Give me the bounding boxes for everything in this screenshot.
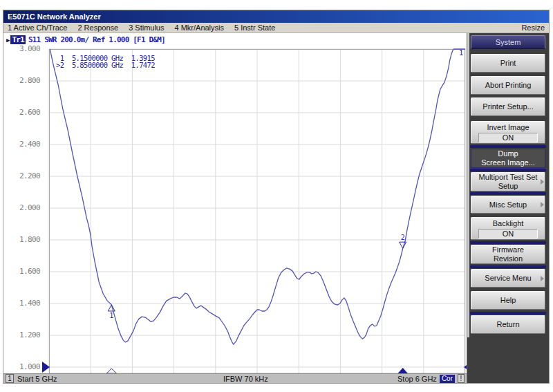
softkey-separator: [470, 312, 546, 315]
trace-status-line: ▶ Tr1 S11 SWR 200.0m/ Ref 1.000 [F1 D&M]: [6, 35, 165, 44]
marker-readout: 1 5.1500000 GHz 1.3915>2 5.8500000 GHz 1…: [56, 55, 155, 68]
trace-number-label: 1: [459, 48, 464, 57]
correction-badge: Cor: [440, 375, 455, 383]
y-axis-label: 1.200: [6, 330, 40, 339]
window-title: E5071C Network Analyzer: [8, 12, 101, 21]
softkey-menu-title-system: System: [471, 35, 545, 49]
y-axis-label: 2.000: [6, 203, 40, 212]
start-frequency: Start 5 GHz: [17, 375, 57, 383]
menu-item-mkr-analysis[interactable]: 4 Mkr/Analysis: [174, 24, 224, 32]
menu-item-response[interactable]: 2 Response: [77, 24, 118, 32]
reference-level-pointer-left[interactable]: [42, 362, 50, 373]
softkey-abort-printing[interactable]: Abort Printing: [471, 76, 545, 95]
y-axis-label: 2.200: [6, 171, 40, 180]
y-axis-label: 1.600: [6, 267, 40, 276]
softkey-invert-image[interactable]: Invert Image ON: [471, 121, 545, 144]
menu-bar: 1 Active Ch/Trace 2 Response 3 Stimulus …: [3, 23, 549, 33]
active-trace-arrow-icon: ▶: [6, 37, 10, 44]
channel-number-box: 1: [6, 374, 14, 383]
display-screen: ▶ Tr1 S11 SWR 200.0m/ Ref 1.000 [F1 D&M]…: [3, 33, 467, 373]
softkey-misc-setup[interactable]: Misc Setup: [471, 196, 545, 214]
softkey-multiport-test-set-setup[interactable]: Multiport Test Set Setup: [471, 172, 545, 192]
softkey-printer-setup[interactable]: Printer Setup...: [471, 97, 545, 116]
softkey-firmware-revision[interactable]: Firmware Revision: [471, 245, 545, 264]
y-axis-labels: 3.0002.8002.6002.4002.2002.0001.8001.600…: [3, 49, 44, 374]
trace-1-line: [50, 49, 465, 344]
y-axis-label: 2.600: [6, 108, 40, 117]
y-axis-label: 2.400: [6, 140, 40, 149]
stop-frequency: Stop 6 GHz: [397, 375, 437, 383]
plot-area: 121: [49, 49, 465, 374]
softkey-separator: [470, 192, 546, 195]
status-bar: 1 Start 5 GHz IFBW 70 kHz Stop 6 GHz Cor…: [3, 373, 467, 383]
marker-1-label: 1: [109, 312, 113, 319]
menu-item-stimulus[interactable]: 3 Stimulus: [129, 24, 164, 32]
submenu-arrow-icon: [541, 179, 544, 185]
softkey-dump-screen-image[interactable]: Dump Screen Image...: [471, 149, 545, 168]
softkey-separator: [470, 265, 546, 268]
menu-item-instr-state[interactable]: 5 Instr State: [234, 24, 275, 32]
menu-item-active-ch-trace[interactable]: 1 Active Ch/Trace: [8, 24, 67, 32]
ifbw-value: IFBW 70 kHz: [223, 375, 268, 383]
gridlines: [49, 49, 465, 374]
title-bar[interactable]: E5071C Network Analyzer: [3, 10, 549, 23]
warning-indicator: !: [458, 374, 465, 383]
marker-readout-line: >2 5.8500000 GHz 1.7472: [56, 62, 155, 68]
softkey-return[interactable]: Return: [471, 315, 545, 334]
softkey-separator: [470, 145, 546, 148]
trace-badge[interactable]: Tr1: [10, 35, 25, 44]
softkey-separator: [470, 169, 546, 171]
softkey-backlight[interactable]: Backlight ON: [471, 217, 545, 240]
y-axis-label: 1.400: [6, 299, 40, 308]
softkey-print[interactable]: Print: [471, 54, 545, 73]
softkey-separator: [470, 241, 546, 244]
softkey-service-menu[interactable]: Service Menu: [471, 269, 545, 288]
softkey-menu: System Print Abort Printing Printer Setu…: [467, 33, 549, 383]
softkey-help[interactable]: Help: [471, 291, 545, 310]
invert-image-state: ON: [478, 133, 538, 142]
menu-item-resize[interactable]: Resize: [521, 24, 545, 32]
y-axis-label: 3.000: [6, 44, 40, 53]
marker-2-label: 2: [401, 234, 405, 241]
y-axis-label: 1.000: [6, 362, 40, 371]
y-axis-label: 2.800: [6, 76, 40, 85]
submenu-arrow-icon: [541, 276, 544, 281]
softkey-scroll-strip[interactable]: [467, 33, 469, 337]
submenu-arrow-icon: [541, 202, 544, 207]
y-axis-label: 1.800: [6, 235, 40, 244]
trace-parameters: S11 SWR 200.0m/ Ref 1.000 [F1 D&M]: [28, 35, 165, 44]
analyzer-window: E5071C Network Analyzer 1 Active Ch/Trac…: [3, 10, 550, 384]
backlight-state: ON: [478, 229, 538, 239]
marker-1-stimulus-indicator[interactable]: [106, 368, 116, 373]
